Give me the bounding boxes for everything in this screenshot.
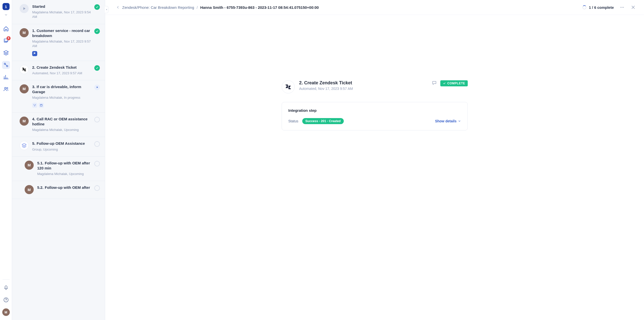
current-user-avatar[interactable]: M: [2, 308, 10, 316]
chart-icon: [3, 74, 9, 80]
play-avatar: [20, 4, 29, 13]
more-actions-button[interactable]: [619, 5, 625, 10]
step-title: Started: [32, 4, 91, 9]
integration-card: Integration step Status Success - 201 - …: [282, 102, 468, 130]
home-icon: [3, 26, 9, 31]
users-icon: [3, 86, 9, 92]
user-avatar: M: [20, 28, 29, 37]
comment-icon: [432, 80, 437, 85]
step-list-panel: Started Magdalena Michalak, Nov 17, 2023…: [12, 0, 105, 320]
step-item[interactable]: M 4.Call RAC or OEM assistance hotline M…: [12, 113, 105, 137]
layers-icon: [3, 50, 9, 56]
zendesk-avatar: [20, 65, 29, 74]
status-complete-icon: [94, 4, 100, 10]
nav-layers[interactable]: [2, 49, 10, 57]
step-title: 5.Follow-up OEM Assistance: [32, 141, 91, 146]
step-item[interactable]: M 5.1.Follow-up with OEM after 120 min M…: [12, 157, 105, 181]
step-meta: Magdalena Michalak, Nov 17, 2023 9:57 AM: [32, 39, 91, 48]
status-complete-icon: [94, 28, 100, 34]
zendesk-avatar: [282, 80, 295, 93]
zendesk-icon: [285, 83, 292, 90]
main-panel: Zendesk/Phone: Car Breakdown Reporting /…: [105, 0, 644, 320]
zendesk-icon: [22, 67, 27, 72]
user-avatar: M: [25, 161, 34, 170]
play-icon: [22, 6, 26, 11]
step-meta: Magdalena Michalak, In progress: [32, 95, 91, 100]
user-avatar: M: [25, 185, 34, 194]
step-title: 3.If car is driveable, inform Garage: [32, 84, 91, 95]
spinner-icon: [582, 5, 586, 9]
step-item[interactable]: 2.Create Zendesk Ticket Automated, Nov 1…: [12, 61, 105, 80]
calendar-chip[interactable]: [39, 103, 44, 108]
step-meta: Magdalena Michalak, Upcoming: [32, 128, 91, 132]
nav-home[interactable]: [2, 25, 10, 33]
inbox-badge: 9: [7, 36, 11, 40]
user-avatar: M: [20, 117, 29, 126]
breadcrumb-parent-link[interactable]: Zendesk/Phone: Car Breakdown Reporting: [122, 5, 194, 10]
close-icon: [631, 5, 635, 10]
show-details-button[interactable]: Show details: [435, 119, 461, 123]
step-meta: Automated, Nov 17, 2023 9:57 AM: [32, 71, 91, 76]
step-item[interactable]: Started Magdalena Michalak, Nov 17, 2023…: [12, 0, 105, 24]
step-title: 4.Call RAC or OEM assistance hotline: [32, 117, 91, 127]
collapse-sidebar-handle[interactable]: [105, 6, 108, 13]
step-meta: Group, Upcoming: [32, 147, 91, 152]
chevron-down-icon: [458, 120, 461, 123]
workspace-chevron-icon[interactable]: [4, 13, 8, 18]
branch-icon: [33, 104, 36, 107]
nav-workflows[interactable]: [2, 61, 10, 69]
breadcrumb-current: Hanna Smith - 6755-7393u-863 - 2023-11-1…: [200, 5, 319, 10]
status-active-icon: [94, 85, 100, 90]
step-item[interactable]: M 3.If car is driveable, inform Garage M…: [12, 80, 105, 113]
close-button[interactable]: [630, 5, 636, 10]
layers-icon: [22, 143, 27, 148]
collapse-left-icon: [106, 8, 108, 11]
nav-inbox[interactable]: 9: [2, 37, 10, 45]
status-upcoming-icon: [94, 141, 100, 147]
card-title: Integration step: [288, 108, 461, 113]
comment-button[interactable]: [432, 80, 437, 86]
nav-analytics[interactable]: [2, 73, 10, 81]
status-badge: COMPLETE: [440, 80, 468, 86]
step-item[interactable]: M 1.Customer service - record car breakd…: [12, 24, 105, 61]
nav-users[interactable]: [2, 85, 10, 93]
step-title: 2.Create Zendesk Ticket: [32, 65, 91, 70]
branch-chip[interactable]: [32, 103, 37, 108]
step-meta: Magdalena Michalak, Upcoming: [37, 172, 91, 176]
user-avatar: M: [20, 84, 29, 93]
content-area: 2. Create Zendesk Ticket Automated, Nov …: [105, 15, 644, 320]
step-title: 1.Customer service - record car breakdow…: [32, 28, 91, 39]
progress-indicator: 1 / 6 complete: [582, 5, 614, 10]
progress-text: 1 / 6 complete: [589, 5, 614, 10]
status-upcoming-icon: [94, 185, 100, 191]
group-avatar: [20, 141, 29, 150]
flag-chip[interactable]: [32, 51, 37, 56]
bell-icon: [3, 285, 9, 290]
check-icon: [443, 82, 446, 85]
nav-notifications[interactable]: [2, 283, 10, 291]
status-upcoming-icon: [94, 161, 100, 166]
header: Zendesk/Phone: Car Breakdown Reporting /…: [105, 0, 644, 15]
breadcrumb-back-button[interactable]: [116, 6, 120, 9]
calendar-icon: [40, 104, 43, 107]
status-pill: Success - 201 - Created: [302, 118, 344, 124]
status-label: Status: [288, 119, 298, 123]
step-detail-header: 2. Create Zendesk Ticket Automated, Nov …: [282, 80, 468, 93]
status-upcoming-icon: [94, 117, 100, 122]
left-rail: 1 9 M: [0, 0, 12, 320]
step-title: 5.2.Follow-up with OEM after: [37, 185, 91, 190]
step-meta: Magdalena Michalak, Nov 17, 2023 9:54 AM: [32, 10, 91, 19]
step-item[interactable]: 5.Follow-up OEM Assistance Group, Upcomi…: [12, 137, 105, 156]
status-complete-icon: [94, 65, 100, 71]
breadcrumb: Zendesk/Phone: Car Breakdown Reporting /…: [116, 5, 319, 10]
nav-help[interactable]: [2, 296, 10, 304]
step-detail-title: 2. Create Zendesk Ticket: [299, 80, 353, 86]
workflow-icon: [3, 62, 9, 68]
step-item[interactable]: M 5.2.Follow-up with OEM after: [12, 181, 105, 199]
help-icon: [3, 297, 9, 303]
dots-icon: [620, 5, 624, 10]
flag-icon: [33, 52, 36, 55]
step-detail-meta: Automated, Nov 17, 2023 9:57 AM: [299, 87, 353, 91]
workspace-switcher[interactable]: 1: [3, 3, 10, 10]
breadcrumb-separator: /: [197, 5, 198, 10]
